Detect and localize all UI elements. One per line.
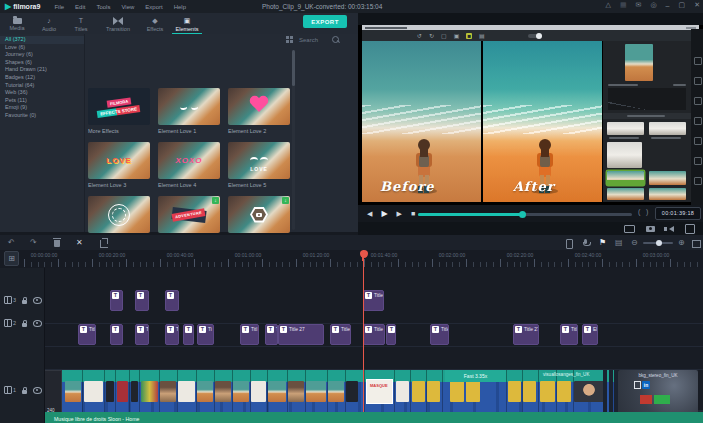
device-icon[interactable] xyxy=(566,239,573,249)
title-clip[interactable]: TEl xyxy=(582,324,598,345)
title-clip[interactable]: T xyxy=(165,290,179,311)
element-tile[interactable]: FILMORAEFFECTS STOREMore Effects xyxy=(88,88,150,136)
category-emoji[interactable]: Emoji (9) xyxy=(0,104,84,112)
title-clip[interactable]: TTitl xyxy=(78,324,96,345)
minimize-button[interactable]: – xyxy=(666,2,670,9)
seek-bar[interactable] xyxy=(418,213,632,216)
manage-tracks-button[interactable]: ⊞ xyxy=(4,251,19,266)
zoom-out-icon[interactable]: ⊖ xyxy=(631,237,638,248)
tab-transition[interactable]: Transition xyxy=(98,14,138,35)
title-clip[interactable]: TTitl xyxy=(240,324,259,345)
menu-export[interactable]: Export xyxy=(145,4,162,10)
tab-effects[interactable]: ◆Effects xyxy=(140,14,170,35)
element-tile[interactable]: LOVEElement Love 5 xyxy=(228,142,290,190)
fullscreen-icon[interactable] xyxy=(685,224,695,234)
zoom-fit-icon[interactable] xyxy=(692,240,701,248)
mark-out-icon[interactable]: ) xyxy=(646,208,648,215)
title-clip[interactable]: TTitle xyxy=(560,324,578,345)
menu-tools[interactable]: Tools xyxy=(96,4,110,10)
timeline-ruler[interactable]: ⊞ 00:00:00:0000:00:20:0000:00:40:0000:01… xyxy=(0,250,703,269)
playhead-pin[interactable] xyxy=(360,250,368,258)
voiceover-mic-icon[interactable] xyxy=(584,239,587,244)
play-button[interactable]: ▶ xyxy=(381,209,387,218)
category-hand[interactable]: Hand Drawn (21) xyxy=(0,66,84,74)
title-clip[interactable]: TTitle xyxy=(430,324,449,345)
category-shapes[interactable]: Shapes (6) xyxy=(0,59,84,67)
menu-edit[interactable]: Edit xyxy=(75,4,85,10)
seek-knob[interactable] xyxy=(519,211,526,218)
next-frame-button[interactable]: ▶ xyxy=(397,210,402,218)
maximize-button[interactable]: ▢ xyxy=(679,1,686,9)
title-clip[interactable]: TT xyxy=(165,324,179,345)
element-tile[interactable]: Element Love 2 xyxy=(228,88,290,136)
category-love[interactable]: Love (6) xyxy=(0,44,84,52)
mail-icon[interactable]: ✉ xyxy=(636,1,642,9)
mark-in-icon[interactable]: ( xyxy=(638,208,640,215)
title-clip[interactable]: T xyxy=(135,290,149,311)
search-input[interactable]: Search xyxy=(299,36,339,43)
menu-file[interactable]: File xyxy=(54,4,64,10)
title-clip[interactable]: TTi xyxy=(197,324,214,345)
audio-clip[interactable]: Musique libre de droits Sloon - Home xyxy=(44,412,703,423)
element-tile[interactable]: LOVEElement Love 3 xyxy=(88,142,150,190)
title-clip[interactable]: TTitle 27 xyxy=(278,324,324,345)
crop-icon[interactable] xyxy=(100,240,108,248)
eye-icon[interactable] xyxy=(33,387,42,394)
grid-view-icon[interactable] xyxy=(286,36,293,43)
bkg-clip[interactable]: bkg_stereo_fin_UK in xyxy=(618,370,698,415)
eye-icon[interactable] xyxy=(33,297,42,304)
title-clip[interactable]: TTi xyxy=(265,324,278,345)
category-badges[interactable]: Badges (12) xyxy=(0,74,84,82)
download-icon[interactable]: ↓ xyxy=(212,197,219,204)
tab-titles[interactable]: TTitles xyxy=(66,14,96,35)
category-web[interactable]: Web (36) xyxy=(0,89,84,97)
download-icon[interactable]: ↓ xyxy=(282,197,289,204)
alert-icon[interactable]: △ xyxy=(606,1,611,9)
zoom-in-icon[interactable]: ⊕ xyxy=(678,237,685,248)
title-clip[interactable]: T xyxy=(183,324,194,345)
eye-icon[interactable] xyxy=(33,320,42,327)
title-clip[interactable]: T xyxy=(386,324,396,345)
grid-icon[interactable]: ▦ xyxy=(620,1,627,9)
mic-icon[interactable]: ◎ xyxy=(650,1,656,9)
title-clip[interactable]: TT xyxy=(135,324,149,345)
video-clip-first[interactable]: 240 xyxy=(44,370,62,415)
display-icon[interactable] xyxy=(624,225,635,233)
volume-icon[interactable] xyxy=(666,226,674,232)
delete-icon[interactable] xyxy=(54,240,60,247)
category-favourite[interactable]: Favourite (0) xyxy=(0,112,84,120)
tab-media[interactable]: Media xyxy=(2,14,32,35)
library-scrollbar[interactable] xyxy=(292,50,295,230)
speed-effect-clip[interactable]: Fast 3.35x xyxy=(445,370,506,382)
title-clip[interactable]: TTitle 2 xyxy=(330,324,351,345)
category-pets[interactable]: Pets (11) xyxy=(0,97,84,105)
stop-button[interactable]: ■ xyxy=(411,210,415,217)
redo-icon[interactable]: ↷ xyxy=(30,237,37,248)
snapshot-icon[interactable] xyxy=(646,226,655,232)
element-tile[interactable]: Element Love 1 xyxy=(158,88,220,136)
tab-audio[interactable]: ♪Audio xyxy=(34,14,64,35)
element-tile[interactable]: XOXOElement Love 4 xyxy=(158,142,220,190)
export-button[interactable]: EXPORT xyxy=(303,15,347,28)
title-clip[interactable]: T xyxy=(110,290,123,311)
menu-help[interactable]: Help xyxy=(174,4,186,10)
lock-icon[interactable] xyxy=(22,390,27,394)
timeline-zoom-slider[interactable] xyxy=(643,242,673,244)
undo-icon[interactable]: ↶ xyxy=(8,237,15,248)
playhead[interactable] xyxy=(363,250,364,412)
category-journey[interactable]: Journey (6) xyxy=(0,51,84,59)
marker-icon[interactable]: ⚑ xyxy=(599,237,606,248)
close-button[interactable]: ✕ xyxy=(694,1,700,9)
title-clip[interactable]: TTitle xyxy=(363,290,384,311)
title-clip[interactable]: T xyxy=(110,324,123,345)
menu-view[interactable]: View xyxy=(121,4,134,10)
title-clip[interactable]: TTitle 27 xyxy=(513,324,539,345)
tab-elements[interactable]: ▣Elements xyxy=(172,14,202,35)
lock-icon[interactable] xyxy=(22,323,27,327)
category-tutorial[interactable]: Tutorial (64) xyxy=(0,82,84,90)
split-icon[interactable]: ✕ xyxy=(76,237,83,248)
category-all[interactable]: All (372) xyxy=(0,36,84,44)
zoom-slider-knob[interactable] xyxy=(656,240,662,246)
title-clip[interactable]: TTitle xyxy=(363,324,385,345)
mixer-icon[interactable]: ▤ xyxy=(615,237,623,248)
